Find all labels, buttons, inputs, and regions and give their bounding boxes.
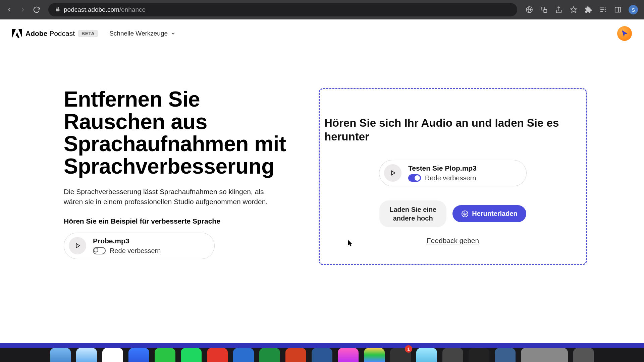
reading-list-icon[interactable] bbox=[599, 6, 607, 14]
beta-badge: BETA bbox=[78, 30, 98, 37]
sample-play-button[interactable] bbox=[69, 237, 86, 254]
reload-button[interactable] bbox=[33, 6, 40, 13]
footer-strip bbox=[0, 343, 644, 348]
play-icon bbox=[74, 242, 81, 249]
download-label: Herunterladen bbox=[472, 210, 518, 218]
download-button[interactable]: Herunterladen bbox=[452, 205, 526, 222]
dock-app-d[interactable] bbox=[495, 348, 516, 362]
share-icon[interactable] bbox=[555, 6, 563, 14]
dock-finder[interactable] bbox=[50, 348, 71, 362]
user-audio-card: Testen Sie Plop.mp3 Rede verbessern bbox=[379, 160, 527, 186]
dock-drive[interactable] bbox=[364, 348, 385, 362]
drop-headline: Hören Sie sich Ihr Audio an und laden Si… bbox=[324, 116, 582, 144]
dock-imovie[interactable] bbox=[338, 348, 359, 362]
feedback-link[interactable]: Feedback geben bbox=[324, 237, 582, 245]
dock-app-a[interactable] bbox=[416, 348, 437, 362]
site-header: Adobe Podcast BETA Schnelle Werkzeuge bbox=[0, 19, 644, 48]
sample-toggle-label: Rede verbessern bbox=[110, 247, 161, 255]
quick-tools-menu[interactable]: Schnelle Werkzeuge bbox=[109, 30, 176, 37]
dock-spotify[interactable] bbox=[181, 348, 202, 362]
dock-whatsapp[interactable] bbox=[155, 348, 175, 362]
back-button[interactable] bbox=[6, 6, 13, 13]
sample-file-name: Probe.mp3 bbox=[93, 237, 161, 245]
dock-app-b[interactable] bbox=[442, 348, 463, 362]
dock-todoist[interactable] bbox=[207, 348, 228, 362]
user-enhance-toggle[interactable] bbox=[408, 174, 421, 182]
translate-icon[interactable] bbox=[540, 6, 548, 14]
user-toggle-label: Rede verbessern bbox=[425, 174, 476, 182]
dock-app-c[interactable] bbox=[469, 348, 489, 362]
quick-tools-label: Schnelle Werkzeuge bbox=[109, 30, 168, 37]
logo[interactable]: Adobe Podcast BETA bbox=[12, 29, 98, 38]
address-bar[interactable]: podcast.adobe.com/enhance bbox=[48, 3, 517, 16]
lock-icon bbox=[55, 6, 60, 13]
browser-toolbar: podcast.adobe.com/enhance S bbox=[0, 0, 644, 19]
dock-safari[interactable] bbox=[76, 348, 97, 362]
adobe-logo-icon bbox=[12, 29, 22, 38]
logo-brand: Adobe bbox=[25, 29, 47, 37]
logo-product: Podcast bbox=[49, 29, 75, 37]
sample-enhance-toggle[interactable] bbox=[93, 247, 106, 254]
dock-excel[interactable] bbox=[259, 348, 280, 362]
extensions-icon[interactable] bbox=[584, 6, 592, 14]
macos-dock: 1 bbox=[0, 348, 644, 362]
dock-downloads[interactable] bbox=[521, 348, 568, 362]
dock-mail[interactable] bbox=[128, 348, 149, 362]
example-label: Hören Sie ein Beispiel für verbesserte S… bbox=[64, 217, 305, 225]
dock-word[interactable] bbox=[312, 348, 332, 362]
svg-rect-3 bbox=[615, 7, 621, 12]
mouse-cursor-icon bbox=[348, 240, 354, 247]
url-host: podcast.adobe.com bbox=[64, 6, 119, 13]
url-path: /enhance bbox=[119, 6, 146, 13]
user-file-name: Testen Sie Plop.mp3 bbox=[408, 164, 477, 172]
upload-another-button[interactable]: Laden Sie eine andere hoch bbox=[379, 200, 446, 227]
page-headline: Entfernen Sie Rauschen aus Sprachaufnahm… bbox=[64, 88, 305, 177]
user-play-button[interactable] bbox=[384, 164, 401, 182]
download-icon bbox=[461, 210, 469, 218]
dock-chrome[interactable] bbox=[102, 348, 123, 362]
upload-drop-zone[interactable]: Hören Sie sich Ihr Audio an und laden Si… bbox=[319, 88, 587, 265]
user-avatar[interactable] bbox=[617, 26, 632, 41]
gtranslate-icon[interactable] bbox=[525, 6, 533, 14]
dock-settings[interactable]: 1 bbox=[390, 348, 411, 362]
page-sub: Die Sprachverbesserung lässt Sprachaufna… bbox=[64, 187, 272, 206]
dock-trello[interactable] bbox=[233, 348, 254, 362]
sidepanel-icon[interactable] bbox=[614, 6, 622, 14]
dock-trash[interactable] bbox=[573, 348, 594, 362]
profile-avatar[interactable]: S bbox=[629, 5, 638, 14]
dock-badge: 1 bbox=[405, 345, 412, 353]
chevron-down-icon bbox=[170, 31, 176, 36]
play-icon bbox=[389, 169, 396, 177]
sample-audio-card: Probe.mp3 Rede verbessern bbox=[64, 233, 215, 259]
cursor-icon bbox=[621, 30, 628, 37]
bookmark-icon[interactable] bbox=[570, 6, 578, 14]
dock-ppt[interactable] bbox=[285, 348, 306, 362]
forward-button[interactable] bbox=[19, 6, 26, 13]
